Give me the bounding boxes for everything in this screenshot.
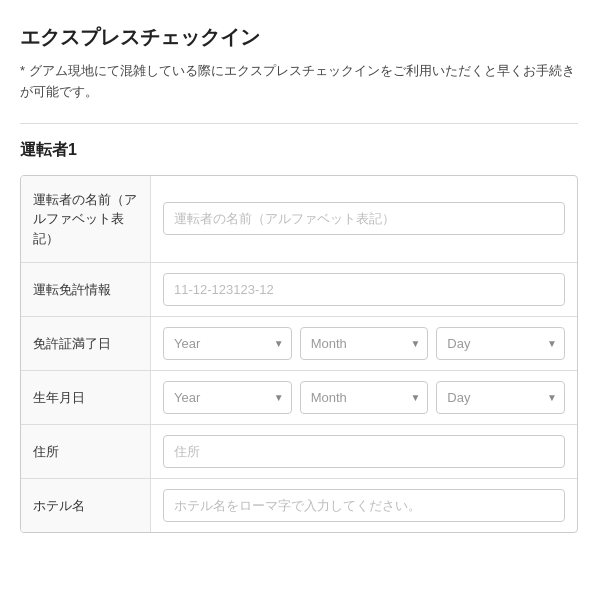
label-hotel-name: ホテル名 [21,479,151,532]
month-select-birthday[interactable]: Month [300,381,429,414]
year-select-birthday[interactable]: Year [163,381,292,414]
page-container: エクスプレスチェックイン * グアム現地にて混雑している際にエクスプレスチェック… [0,0,598,557]
month-select-wrapper-expiry: Month ▼ [300,327,429,360]
label-driver-name: 運転者の名前（アルファベット表記） [21,176,151,263]
label-license-expiry: 免許証満了日 [21,317,151,370]
field-hotel-name [151,479,577,532]
field-license-expiry: Year ▼ Month ▼ Day ▼ [151,317,577,370]
input-license-number[interactable] [163,273,565,306]
input-hotel-name[interactable] [163,489,565,522]
field-driver-name [151,176,577,263]
day-select-birthday[interactable]: Day [436,381,565,414]
form-row-hotel-name: ホテル名 [21,479,577,532]
page-description: * グアム現地にて混雑している際にエクスプレスチェックインをご利用いただくと早く… [20,61,578,103]
field-birthday: Year ▼ Month ▼ Day ▼ [151,371,577,424]
form-row-driver-name: 運転者の名前（アルファベット表記） [21,176,577,264]
field-license-number [151,263,577,316]
section-divider [20,123,578,124]
field-address [151,425,577,478]
date-selects-birthday: Year ▼ Month ▼ Day ▼ [163,381,565,414]
day-select-wrapper-birthday: Day ▼ [436,381,565,414]
date-selects-expiry: Year ▼ Month ▼ Day ▼ [163,327,565,360]
day-select-wrapper-expiry: Day ▼ [436,327,565,360]
label-license-number: 運転免許情報 [21,263,151,316]
form-row-license-expiry: 免許証満了日 Year ▼ Month ▼ [21,317,577,371]
section-title: 運転者1 [20,140,578,161]
form-row-address: 住所 [21,425,577,479]
input-driver-name[interactable] [163,202,565,235]
month-select-wrapper-birthday: Month ▼ [300,381,429,414]
day-select-expiry[interactable]: Day [436,327,565,360]
month-select-expiry[interactable]: Month [300,327,429,360]
page-title: エクスプレスチェックイン [20,24,578,51]
label-birthday: 生年月日 [21,371,151,424]
year-select-wrapper-expiry: Year ▼ [163,327,292,360]
form-container: 運転者の名前（アルファベット表記） 運転免許情報 免許証満了日 [20,175,578,534]
form-row-license-number: 運転免許情報 [21,263,577,317]
year-select-expiry[interactable]: Year [163,327,292,360]
form-row-birthday: 生年月日 Year ▼ Month ▼ [21,371,577,425]
input-address[interactable] [163,435,565,468]
label-address: 住所 [21,425,151,478]
year-select-wrapper-birthday: Year ▼ [163,381,292,414]
